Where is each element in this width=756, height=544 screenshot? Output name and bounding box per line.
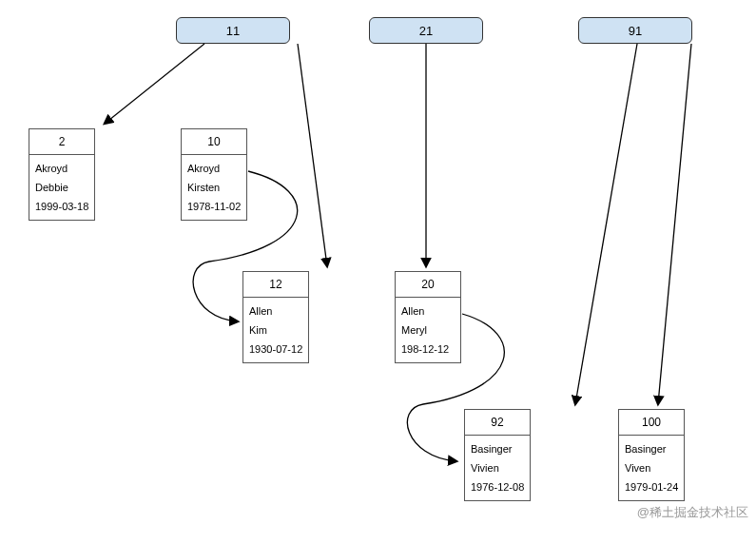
- record-id: 10: [182, 129, 246, 155]
- record-date: 1930-07-12: [247, 340, 304, 359]
- record-surname: Allen: [247, 301, 304, 321]
- arrow-11-to-group-11-12: [298, 44, 327, 266]
- record-surname: Allen: [399, 301, 456, 321]
- arrow-91-to-record-100: [658, 44, 691, 404]
- arrow-11-to-group-1-2: [105, 44, 204, 124]
- record-given: Kirsten: [185, 178, 242, 197]
- record-given: Viven: [623, 458, 680, 477]
- record-2: 2 Akroyd Debbie 1999-03-18: [29, 128, 95, 221]
- record-date: 1978-11-02: [185, 197, 242, 216]
- record-100: 100 Basinger Viven 1979-01-24: [618, 409, 685, 501]
- record-id: 20: [396, 272, 460, 298]
- record-20: 20 Allen Meryl 198-12-12: [395, 271, 461, 363]
- record-date: 1979-01-24: [623, 477, 680, 496]
- record-given: Kim: [247, 321, 304, 340]
- record-surname: Akroyd: [185, 159, 242, 178]
- record-id: 2: [29, 129, 94, 155]
- record-id: 100: [619, 410, 684, 436]
- record-id: 92: [465, 410, 530, 436]
- record-10: 10 Akroyd Kirsten 1978-11-02: [181, 128, 247, 221]
- record-date: 1999-03-18: [33, 197, 90, 216]
- record-surname: Basinger: [469, 439, 526, 458]
- record-id: 12: [243, 272, 308, 298]
- index-node-11: 11: [176, 17, 290, 44]
- record-given: Debbie: [33, 178, 90, 197]
- record-given: Meryl: [399, 321, 456, 340]
- watermark-text: @稀土掘金技术社区: [637, 504, 748, 521]
- record-date: 1976-12-08: [469, 477, 526, 496]
- record-date: 198-12-12: [399, 340, 456, 359]
- index-node-91: 91: [578, 17, 692, 44]
- record-92: 92 Basinger Vivien 1976-12-08: [464, 409, 531, 501]
- index-node-21: 21: [369, 17, 483, 44]
- record-surname: Akroyd: [33, 159, 90, 178]
- record-given: Vivien: [469, 458, 526, 477]
- arrow-91-to-group-91-92: [575, 44, 637, 404]
- record-12: 12 Allen Kim 1930-07-12: [242, 271, 309, 363]
- record-surname: Basinger: [623, 439, 680, 458]
